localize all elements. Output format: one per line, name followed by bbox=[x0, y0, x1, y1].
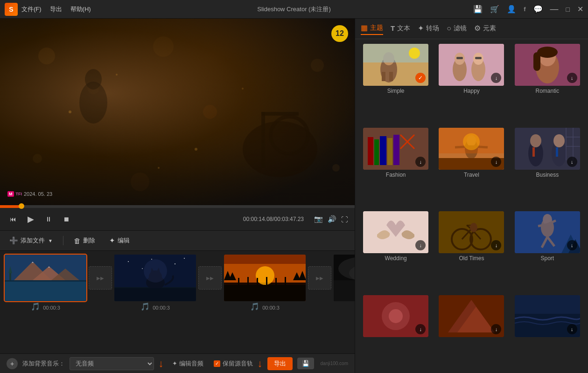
tab-theme[interactable]: ▦ 主题 bbox=[361, 23, 383, 35]
add-dropdown-icon[interactable]: ▼ bbox=[48, 238, 53, 243]
edit-audio-btn[interactable]: ✦ 编辑音频 bbox=[172, 359, 203, 368]
theme-row4b[interactable]: ↓ bbox=[435, 295, 507, 369]
minimize-btn[interactable]: — bbox=[550, 4, 559, 14]
svg-point-12 bbox=[332, 164, 340, 172]
theme-fashion-download[interactable]: ↓ bbox=[415, 157, 426, 167]
theme-simple[interactable]: ✓ Simple bbox=[360, 44, 432, 124]
theme-romantic-download[interactable]: ↓ bbox=[567, 73, 577, 83]
progress-bar[interactable] bbox=[0, 205, 355, 208]
add-file-btn[interactable]: ➕ 添加文件 ▼ bbox=[6, 235, 56, 247]
svg-rect-57 bbox=[285, 277, 286, 285]
theme-happy-label: Happy bbox=[463, 88, 480, 94]
clip-3-music: 🎵 bbox=[250, 302, 259, 311]
theme-travel-thumb: ↓ bbox=[439, 128, 504, 170]
timeline-item: 🎵 00:00:3 bbox=[334, 255, 355, 311]
arrow-indicator-2: ↓ bbox=[258, 358, 263, 370]
theme-romantic-label: Romantic bbox=[535, 88, 559, 94]
toolbar: ➕ 添加文件 ▼ 🗑 删除 ✦ 编辑 bbox=[0, 230, 355, 251]
theme-business[interactable]: ↓ Business bbox=[511, 128, 583, 208]
transition-box-3[interactable]: ▶▶ bbox=[308, 266, 331, 290]
svg-rect-79 bbox=[389, 72, 393, 81]
clip-3-img bbox=[224, 255, 306, 301]
save-icon[interactable]: 💾 bbox=[473, 5, 483, 14]
save-project-btn[interactable]: 💾 bbox=[297, 358, 314, 369]
theme-wedding-thumb: ↓ bbox=[363, 211, 428, 253]
chat-icon[interactable]: 💬 bbox=[533, 5, 543, 14]
theme-grid: ✓ Simple bbox=[355, 39, 588, 373]
profile-icon[interactable]: 👤 bbox=[507, 5, 516, 14]
svg-rect-52 bbox=[238, 278, 239, 285]
clip-thumb-1[interactable] bbox=[5, 255, 86, 301]
export-btn[interactable]: 导出 bbox=[267, 357, 293, 370]
close-btn[interactable]: ✕ bbox=[577, 5, 583, 14]
text-tab-label: 文本 bbox=[397, 24, 410, 33]
theme-travel-download[interactable]: ↓ bbox=[491, 157, 501, 167]
separator-1 bbox=[63, 236, 63, 245]
theme-happy[interactable]: ↓ Happy bbox=[435, 44, 507, 124]
tab-filter[interactable]: ○ 滤镜 bbox=[447, 24, 467, 35]
svg-point-15 bbox=[195, 148, 197, 151]
theme-fashion[interactable]: ↓ Fashion bbox=[360, 128, 432, 208]
clip-thumb-2[interactable] bbox=[114, 255, 196, 301]
svg-rect-43 bbox=[114, 288, 196, 301]
extra-controls: 📷 🔊 ⛶ bbox=[314, 215, 348, 223]
transition-box-1[interactable]: ▶▶ bbox=[89, 266, 112, 290]
tab-element[interactable]: ⚙ 元素 bbox=[474, 24, 496, 35]
theme-romantic[interactable]: ↓ Romantic bbox=[511, 44, 583, 124]
transition-box-2[interactable]: ▶▶ bbox=[198, 266, 222, 290]
clip-3-info: 🎵 00:00:3 bbox=[250, 302, 280, 311]
fullscreen-icon[interactable]: ⛶ bbox=[341, 215, 348, 223]
svg-point-5 bbox=[38, 48, 55, 64]
clip-thumb-4[interactable] bbox=[334, 255, 355, 301]
facebook-icon[interactable]: f bbox=[524, 6, 525, 13]
svg-rect-53 bbox=[247, 277, 249, 285]
volume-icon[interactable]: 🔊 bbox=[328, 215, 336, 223]
theme-romantic-thumb: ↓ bbox=[515, 44, 580, 86]
edit-btn[interactable]: ✦ 编辑 bbox=[105, 235, 133, 247]
skip-back-btn[interactable]: ⏮ bbox=[7, 213, 20, 226]
stop-btn[interactable]: ⏹ bbox=[60, 213, 73, 226]
theme-oldtimes[interactable]: ↓ Old Times bbox=[435, 211, 507, 291]
left-panel: 12 M TFI 2024. 05. 23 ⏮ ▶ ⏸ ⏹ 00:00:14.0… bbox=[0, 19, 355, 373]
theme-sport[interactable]: ↓ Sport bbox=[511, 211, 583, 291]
cart-icon[interactable]: 🛒 bbox=[490, 5, 499, 14]
progress-handle[interactable] bbox=[19, 203, 24, 209]
add-music-btn[interactable]: + bbox=[7, 358, 18, 369]
filter-tab-icon: ○ bbox=[447, 24, 451, 33]
screenshot-icon[interactable]: 📷 bbox=[314, 215, 323, 223]
menu-file[interactable]: 文件(F) bbox=[21, 5, 42, 14]
theme-row4b-download[interactable]: ↓ bbox=[491, 324, 501, 334]
tab-text[interactable]: T 文本 bbox=[391, 24, 410, 35]
add-music-label: 添加背景音乐： bbox=[22, 359, 65, 368]
theme-row4a[interactable]: ↓ bbox=[360, 295, 432, 369]
theme-row4c-download[interactable]: ↓ bbox=[567, 324, 577, 334]
theme-fashion-label: Fashion bbox=[386, 172, 406, 178]
theme-row4c[interactable]: ↓ bbox=[511, 295, 583, 369]
keep-original-checkbox[interactable]: ✓ bbox=[214, 360, 220, 367]
tab-transition[interactable]: ✦ 转场 bbox=[418, 24, 439, 35]
svg-rect-78 bbox=[382, 72, 385, 81]
maximize-btn[interactable]: □ bbox=[566, 6, 570, 13]
theme-business-download[interactable]: ↓ bbox=[567, 157, 577, 167]
transition-1: ▶▶ bbox=[86, 255, 114, 301]
theme-sport-download[interactable]: ↓ bbox=[567, 240, 577, 250]
theme-travel[interactable]: ↓ Travel bbox=[435, 128, 507, 208]
pause-btn[interactable]: ⏸ bbox=[42, 213, 55, 226]
transition-3: ▶▶ bbox=[306, 255, 334, 301]
music-select[interactable]: 无音频 bbox=[70, 357, 154, 370]
theme-wedding-download[interactable]: ↓ bbox=[415, 240, 426, 250]
clip-1-info: 🎵 00:00:3 bbox=[31, 302, 60, 311]
menu-help[interactable]: 帮助(H) bbox=[70, 5, 91, 14]
svg-rect-2 bbox=[261, 112, 265, 168]
play-btn[interactable]: ▶ bbox=[24, 213, 37, 226]
transition-icon-2: ▶▶ bbox=[206, 276, 214, 281]
theme-row4a-download[interactable]: ↓ bbox=[415, 324, 426, 334]
theme-wedding[interactable]: ↓ Wedding bbox=[360, 211, 432, 291]
playback-controls: ⏮ ▶ ⏸ ⏹ 00:00:14.08/00:03:47.23 📷 🔊 ⛶ bbox=[0, 208, 355, 230]
clip-thumb-3[interactable] bbox=[224, 255, 306, 301]
theme-simple-check: ✓ bbox=[415, 73, 426, 83]
menu-export[interactable]: 导出 bbox=[50, 5, 62, 14]
delete-btn[interactable]: 🗑 删除 bbox=[70, 235, 99, 247]
text-tab-icon: T bbox=[391, 24, 395, 32]
theme-row4b-thumb: ↓ bbox=[439, 295, 504, 337]
